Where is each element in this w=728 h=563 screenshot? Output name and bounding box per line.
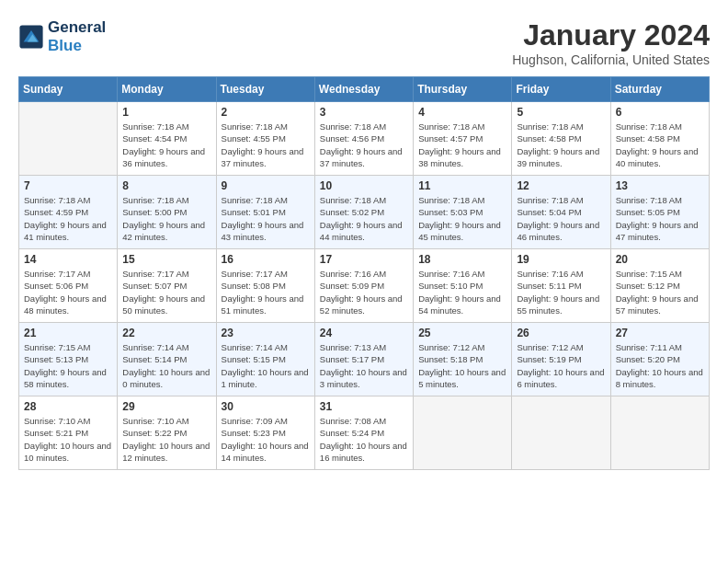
day-number: 9	[222, 179, 310, 192]
calendar-cell: 23Sunrise: 7:14 AMSunset: 5:15 PMDayligh…	[216, 323, 314, 396]
calendar-cell: 20Sunrise: 7:15 AMSunset: 5:12 PMDayligh…	[610, 249, 709, 323]
day-info: Sunrise: 7:18 AMSunset: 4:58 PMDaylight:…	[616, 121, 704, 169]
calendar-cell: 6Sunrise: 7:18 AMSunset: 4:58 PMDaylight…	[610, 102, 709, 176]
calendar-cell: 3Sunrise: 7:18 AMSunset: 4:56 PMDaylight…	[314, 102, 413, 176]
day-number: 21	[24, 327, 112, 339]
calendar-cell: 15Sunrise: 7:17 AMSunset: 5:07 PMDayligh…	[118, 249, 216, 323]
title-block: January 2024 Hughson, California, United…	[512, 18, 710, 67]
calendar-table: SundayMondayTuesdayWednesdayThursdayFrid…	[18, 76, 710, 470]
day-info: Sunrise: 7:16 AMSunset: 5:10 PMDaylight:…	[418, 268, 506, 316]
location: Hughson, California, United States	[512, 52, 710, 67]
day-info: Sunrise: 7:15 AMSunset: 5:13 PMDaylight:…	[24, 341, 112, 390]
day-info: Sunrise: 7:16 AMSunset: 5:09 PMDaylight:…	[320, 268, 408, 316]
day-number: 31	[320, 400, 408, 413]
calendar-week-2: 7Sunrise: 7:18 AMSunset: 4:59 PMDaylight…	[19, 176, 710, 249]
day-number: 30	[222, 400, 310, 413]
day-info: Sunrise: 7:18 AMSunset: 4:59 PMDaylight:…	[24, 194, 112, 243]
calendar-cell	[512, 396, 610, 470]
calendar-week-1: 1Sunrise: 7:18 AMSunset: 4:54 PMDaylight…	[19, 102, 710, 176]
calendar-cell: 28Sunrise: 7:10 AMSunset: 5:21 PMDayligh…	[19, 396, 118, 470]
day-info: Sunrise: 7:18 AMSunset: 4:54 PMDaylight:…	[122, 121, 210, 169]
day-info: Sunrise: 7:18 AMSunset: 4:57 PMDaylight:…	[418, 121, 506, 169]
calendar-header-row: SundayMondayTuesdayWednesdayThursdayFrid…	[19, 77, 710, 102]
logo-icon	[18, 24, 44, 50]
day-header-wednesday: Wednesday	[314, 77, 413, 102]
calendar-cell: 11Sunrise: 7:18 AMSunset: 5:03 PMDayligh…	[414, 176, 512, 249]
day-info: Sunrise: 7:18 AMSunset: 5:02 PMDaylight:…	[320, 194, 408, 243]
day-number: 15	[122, 253, 210, 266]
day-info: Sunrise: 7:18 AMSunset: 4:55 PMDaylight:…	[222, 121, 310, 169]
day-number: 7	[24, 179, 112, 192]
calendar-cell	[19, 102, 118, 176]
day-header-thursday: Thursday	[414, 77, 512, 102]
day-number: 14	[24, 253, 112, 266]
day-number: 11	[418, 179, 506, 192]
day-number: 27	[616, 327, 704, 339]
day-info: Sunrise: 7:17 AMSunset: 5:07 PMDaylight:…	[122, 268, 210, 316]
day-number: 16	[222, 253, 310, 266]
day-number: 4	[418, 106, 506, 119]
calendar-cell: 21Sunrise: 7:15 AMSunset: 5:13 PMDayligh…	[19, 323, 118, 396]
day-info: Sunrise: 7:14 AMSunset: 5:14 PMDaylight:…	[122, 341, 210, 390]
calendar-cell: 31Sunrise: 7:08 AMSunset: 5:24 PMDayligh…	[314, 396, 413, 470]
day-info: Sunrise: 7:10 AMSunset: 5:21 PMDaylight:…	[24, 415, 112, 464]
calendar-cell: 5Sunrise: 7:18 AMSunset: 4:58 PMDaylight…	[512, 102, 610, 176]
day-info: Sunrise: 7:14 AMSunset: 5:15 PMDaylight:…	[222, 341, 310, 390]
calendar-cell: 19Sunrise: 7:16 AMSunset: 5:11 PMDayligh…	[512, 249, 610, 323]
calendar-cell: 30Sunrise: 7:09 AMSunset: 5:23 PMDayligh…	[216, 396, 314, 470]
day-info: Sunrise: 7:11 AMSunset: 5:20 PMDaylight:…	[616, 341, 704, 390]
day-info: Sunrise: 7:18 AMSunset: 5:01 PMDaylight:…	[222, 194, 310, 243]
day-number: 18	[418, 253, 506, 266]
day-number: 26	[517, 327, 605, 339]
day-info: Sunrise: 7:17 AMSunset: 5:08 PMDaylight:…	[222, 268, 310, 316]
calendar-cell: 29Sunrise: 7:10 AMSunset: 5:22 PMDayligh…	[118, 396, 216, 470]
day-header-sunday: Sunday	[19, 77, 118, 102]
day-number: 12	[517, 179, 605, 192]
calendar-cell: 17Sunrise: 7:16 AMSunset: 5:09 PMDayligh…	[314, 249, 413, 323]
calendar-cell: 27Sunrise: 7:11 AMSunset: 5:20 PMDayligh…	[610, 323, 709, 396]
day-info: Sunrise: 7:17 AMSunset: 5:06 PMDaylight:…	[24, 268, 112, 316]
day-header-saturday: Saturday	[610, 77, 709, 102]
calendar-cell: 8Sunrise: 7:18 AMSunset: 5:00 PMDaylight…	[118, 176, 216, 249]
day-number: 8	[122, 179, 210, 192]
calendar-cell: 4Sunrise: 7:18 AMSunset: 4:57 PMDaylight…	[414, 102, 512, 176]
day-number: 6	[616, 106, 704, 119]
logo-text: General Blue	[48, 18, 106, 55]
day-number: 23	[222, 327, 310, 339]
logo: General Blue	[18, 18, 106, 55]
calendar-cell: 22Sunrise: 7:14 AMSunset: 5:14 PMDayligh…	[118, 323, 216, 396]
calendar-cell: 1Sunrise: 7:18 AMSunset: 4:54 PMDaylight…	[118, 102, 216, 176]
calendar-cell: 7Sunrise: 7:18 AMSunset: 4:59 PMDaylight…	[19, 176, 118, 249]
day-info: Sunrise: 7:18 AMSunset: 5:05 PMDaylight:…	[616, 194, 704, 243]
month-title: January 2024	[512, 18, 710, 52]
day-info: Sunrise: 7:18 AMSunset: 4:58 PMDaylight:…	[517, 121, 605, 169]
day-number: 20	[616, 253, 704, 266]
day-number: 29	[122, 400, 210, 413]
calendar-cell: 10Sunrise: 7:18 AMSunset: 5:02 PMDayligh…	[314, 176, 413, 249]
day-number: 1	[122, 106, 210, 119]
day-info: Sunrise: 7:12 AMSunset: 5:19 PMDaylight:…	[517, 341, 605, 390]
day-info: Sunrise: 7:10 AMSunset: 5:22 PMDaylight:…	[122, 415, 210, 464]
calendar-cell: 14Sunrise: 7:17 AMSunset: 5:06 PMDayligh…	[19, 249, 118, 323]
day-number: 10	[320, 179, 408, 192]
calendar-cell: 13Sunrise: 7:18 AMSunset: 5:05 PMDayligh…	[610, 176, 709, 249]
day-info: Sunrise: 7:08 AMSunset: 5:24 PMDaylight:…	[320, 415, 408, 464]
day-number: 19	[517, 253, 605, 266]
calendar-cell: 26Sunrise: 7:12 AMSunset: 5:19 PMDayligh…	[512, 323, 610, 396]
calendar-cell: 2Sunrise: 7:18 AMSunset: 4:55 PMDaylight…	[216, 102, 314, 176]
calendar-cell: 12Sunrise: 7:18 AMSunset: 5:04 PMDayligh…	[512, 176, 610, 249]
calendar-cell	[610, 396, 709, 470]
calendar-body: 1Sunrise: 7:18 AMSunset: 4:54 PMDaylight…	[19, 102, 710, 470]
day-number: 24	[320, 327, 408, 339]
day-number: 5	[517, 106, 605, 119]
day-number: 28	[24, 400, 112, 413]
calendar-cell: 24Sunrise: 7:13 AMSunset: 5:17 PMDayligh…	[314, 323, 413, 396]
day-header-monday: Monday	[118, 77, 216, 102]
calendar-week-3: 14Sunrise: 7:17 AMSunset: 5:06 PMDayligh…	[19, 249, 710, 323]
day-info: Sunrise: 7:15 AMSunset: 5:12 PMDaylight:…	[616, 268, 704, 316]
calendar-week-4: 21Sunrise: 7:15 AMSunset: 5:13 PMDayligh…	[19, 323, 710, 396]
day-info: Sunrise: 7:18 AMSunset: 4:56 PMDaylight:…	[320, 121, 408, 169]
day-header-friday: Friday	[512, 77, 610, 102]
day-info: Sunrise: 7:12 AMSunset: 5:18 PMDaylight:…	[418, 341, 506, 390]
calendar-cell: 25Sunrise: 7:12 AMSunset: 5:18 PMDayligh…	[414, 323, 512, 396]
